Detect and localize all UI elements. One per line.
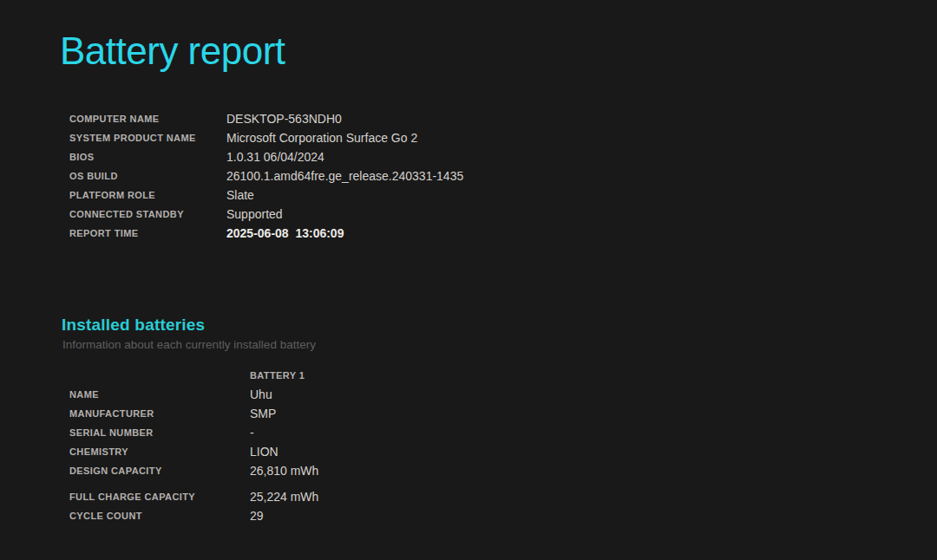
system-info-row: OS BUILD 26100.1.amd64fre.ge_release.240… xyxy=(69,166,463,186)
info-value: SMP xyxy=(250,407,276,420)
info-label: CONNECTED STANDBY xyxy=(69,209,226,219)
battery-header-row: BATTERY 1 xyxy=(69,366,318,385)
battery-info-row: MANUFACTURER SMP xyxy=(69,404,318,423)
info-value: Slate xyxy=(226,188,254,202)
info-value: Supported xyxy=(226,207,283,221)
info-label: FULL CHARGE CAPACITY xyxy=(69,492,250,502)
info-label: CHEMISTRY xyxy=(69,446,250,457)
info-value: - xyxy=(250,426,254,440)
info-value: 26,810 mWh xyxy=(250,464,318,478)
info-label: PLATFORM ROLE xyxy=(69,190,226,200)
info-value: Uhu xyxy=(250,387,272,401)
battery-info-row: CHEMISTRY LION xyxy=(69,442,318,461)
battery-column-header: BATTERY 1 xyxy=(250,370,305,381)
system-info-table: COMPUTER NAME DESKTOP-563NDH0 SYSTEM PRO… xyxy=(69,109,463,243)
info-value: DESKTOP-563NDH0 xyxy=(226,112,342,126)
info-label: DESIGN CAPACITY xyxy=(69,466,250,476)
info-label: OS BUILD xyxy=(69,171,226,181)
battery-info-row: FULL CHARGE CAPACITY 25,224 mWh xyxy=(69,487,318,506)
info-label: REPORT TIME xyxy=(69,228,226,238)
info-label: BIOS xyxy=(69,152,226,162)
info-value: 26100.1.amd64fre.ge_release.240331-1435 xyxy=(226,169,463,183)
info-value: 29 xyxy=(250,509,264,523)
info-value: LION xyxy=(250,445,278,459)
info-label: NAME xyxy=(69,389,250,400)
info-value: 25,224 mWh xyxy=(250,490,318,504)
system-info-row: REPORT TIME 2025-06-08 13:06:09 xyxy=(69,224,463,243)
info-value: Microsoft Corporation Surface Go 2 xyxy=(226,131,417,145)
info-value: 1.0.31 06/04/2024 xyxy=(226,150,324,164)
system-info-row: COMPUTER NAME DESKTOP-563NDH0 xyxy=(69,109,463,128)
installed-batteries-table: BATTERY 1 NAME Uhu MANUFACTURER SMP SERI… xyxy=(69,366,318,525)
report-time-value: 2025-06-08 13:06:09 xyxy=(226,226,344,240)
system-info-row: SYSTEM PRODUCT NAME Microsoft Corporatio… xyxy=(69,128,463,147)
installed-batteries-subtitle: Information about each currently install… xyxy=(62,337,316,353)
battery-info-row: CYCLE COUNT 29 xyxy=(69,506,318,525)
battery-report-page: Battery report COMPUTER NAME DESKTOP-563… xyxy=(0,0,937,560)
battery-info-row: NAME Uhu xyxy=(69,385,318,404)
system-info-row: CONNECTED STANDBY Supported xyxy=(69,205,463,224)
page-title: Battery report xyxy=(60,26,285,76)
info-label: COMPUTER NAME xyxy=(69,114,226,124)
installed-batteries-heading: Installed batteries xyxy=(62,314,205,336)
info-label: SYSTEM PRODUCT NAME xyxy=(69,133,226,143)
info-label: CYCLE COUNT xyxy=(69,511,250,521)
system-info-row: BIOS 1.0.31 06/04/2024 xyxy=(69,147,463,166)
info-label: MANUFACTURER xyxy=(69,408,250,419)
battery-info-row: SERIAL NUMBER - xyxy=(69,423,318,442)
system-info-row: PLATFORM ROLE Slate xyxy=(69,186,463,205)
info-label: SERIAL NUMBER xyxy=(69,427,250,438)
battery-info-row: DESIGN CAPACITY 26,810 mWh xyxy=(69,461,318,480)
